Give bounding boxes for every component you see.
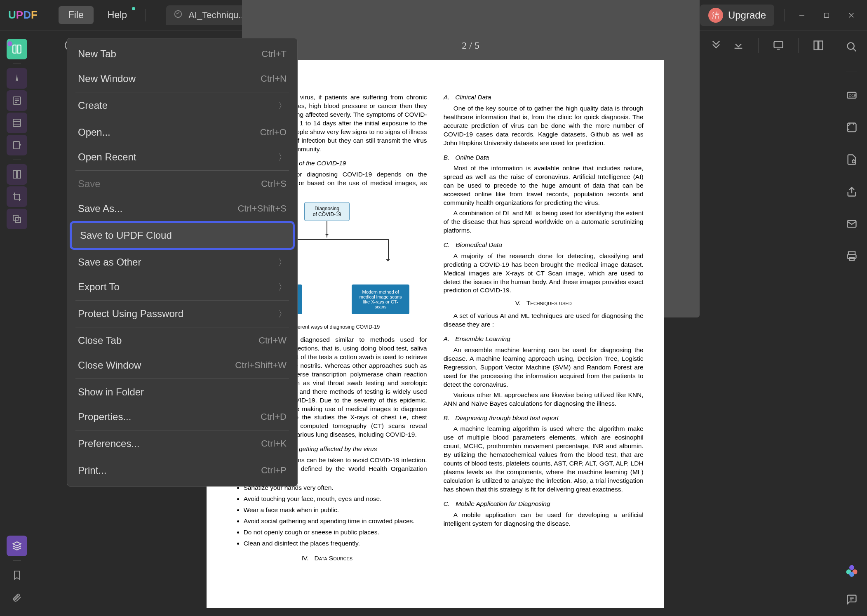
menu-item-close-tab[interactable]: Close TabCtrl+W xyxy=(67,328,297,353)
chevron-right-icon: 〉 xyxy=(278,100,287,111)
layers-tool[interactable] xyxy=(7,536,27,556)
svg-point-18 xyxy=(852,160,855,163)
minimize-button[interactable] xyxy=(794,8,809,23)
separator xyxy=(798,38,799,53)
screenshot-tool[interactable] xyxy=(844,119,860,136)
upgrade-button[interactable]: 洁 Upgrade xyxy=(700,5,774,26)
bullet-list: Sanatize your hands very often. Avoid to… xyxy=(244,484,427,548)
menu-divider xyxy=(75,119,289,119)
separator xyxy=(50,9,50,21)
indicator-dot xyxy=(7,41,12,46)
body-text: A combination of DL and ML is being used… xyxy=(444,209,644,235)
svg-rect-4 xyxy=(14,141,19,149)
menubar: File Help xyxy=(59,6,137,24)
separator xyxy=(13,63,21,64)
separator xyxy=(758,38,759,53)
menu-item-save-cloud[interactable]: Save to UPDF Cloud xyxy=(70,221,295,250)
menu-item-save[interactable]: SaveCtrl+S xyxy=(67,172,297,196)
last-page-button[interactable] xyxy=(733,40,744,51)
svg-point-0 xyxy=(175,10,182,17)
attachment-tool[interactable] xyxy=(7,587,27,608)
list-item: Avoid touching your face, mouth, eyes an… xyxy=(244,495,427,503)
body-text: A set of various AI and ML techniques ar… xyxy=(444,312,644,329)
chevron-right-icon: 〉 xyxy=(278,282,287,293)
section-title: IV.Data Sources xyxy=(227,554,427,563)
menu-divider xyxy=(75,327,289,327)
separator xyxy=(145,9,146,21)
menu-item-properties[interactable]: Properties...Ctrl+D xyxy=(67,404,297,429)
svg-point-23 xyxy=(849,565,854,570)
compare-tool[interactable] xyxy=(7,209,27,229)
menu-item-open[interactable]: Open...Ctrl+O xyxy=(67,120,297,145)
bookmark-tool[interactable] xyxy=(7,565,27,585)
close-button[interactable] xyxy=(844,8,859,23)
body-text: One of the key source of to gather the h… xyxy=(444,104,644,148)
separator xyxy=(50,38,50,53)
print-tool[interactable] xyxy=(844,248,860,264)
menu-item-save-other[interactable]: Save as Other〉 xyxy=(67,250,297,275)
file-menu-button[interactable]: File xyxy=(59,6,94,24)
body-text: A majority of the research done for dete… xyxy=(444,252,644,295)
menu-divider xyxy=(75,92,289,92)
menu-divider xyxy=(75,430,289,430)
list-item: Clean and disinfect the places frequentl… xyxy=(244,539,427,548)
menu-divider xyxy=(75,170,289,171)
svg-rect-5 xyxy=(13,171,16,178)
svg-rect-1 xyxy=(825,13,829,17)
right-sidebar: OCR xyxy=(836,31,867,616)
crop-tool[interactable] xyxy=(7,186,27,207)
ocr-tool[interactable]: OCR xyxy=(844,87,860,103)
menu-item-open-recent[interactable]: Open Recent〉 xyxy=(67,145,297,169)
menu-item-preferences[interactable]: Preferences...Ctrl+K xyxy=(67,431,297,456)
menu-item-show-folder[interactable]: Show in Folder xyxy=(67,380,297,404)
menu-divider xyxy=(75,379,289,379)
maximize-button[interactable] xyxy=(819,8,834,23)
menu-item-save-as[interactable]: Save As...Ctrl+Shift+S xyxy=(67,196,297,221)
app-logo: UPDF xyxy=(8,9,38,21)
edit-text-tool[interactable] xyxy=(7,90,27,111)
svg-rect-6 xyxy=(17,171,21,178)
body-text: An ensemble machine learning can be used… xyxy=(444,346,644,389)
menu-item-protect[interactable]: Protect Using Password〉 xyxy=(67,301,297,326)
list-item: Do not openly cough or sneese in public … xyxy=(244,528,427,537)
ai-flower-icon xyxy=(844,563,859,578)
svg-rect-12 xyxy=(814,41,818,50)
separator xyxy=(784,9,785,21)
protect-tool[interactable] xyxy=(844,151,860,168)
section-heading: B.Diagnosing through blood test report xyxy=(444,414,644,423)
lock-pencil-icon xyxy=(174,9,183,21)
menu-item-new-window[interactable]: New WindowCtrl+N xyxy=(67,66,297,91)
menu-item-export[interactable]: Export To〉 xyxy=(67,275,297,299)
sign-tool[interactable] xyxy=(7,135,27,155)
organize-tool[interactable] xyxy=(7,164,27,185)
body-text: Most of the information is available onl… xyxy=(444,164,644,207)
separator xyxy=(13,560,21,561)
ai-assistant-button[interactable] xyxy=(844,562,860,579)
update-indicator-icon xyxy=(132,7,135,10)
section-heading: C.Biomedical Data xyxy=(444,241,644,249)
presentation-button[interactable] xyxy=(773,40,784,51)
annotate-tool[interactable] xyxy=(7,68,27,89)
file-menu-dropdown: New TabCtrl+T New WindowCtrl+N Create〉 O… xyxy=(67,38,298,487)
help-menu-button[interactable]: Help xyxy=(98,6,137,24)
share-tool[interactable] xyxy=(844,183,860,200)
body-text: A machine learning algorithm is used whe… xyxy=(444,425,644,494)
menu-item-print[interactable]: Print...Ctrl+P xyxy=(67,458,297,483)
menu-item-create[interactable]: Create〉 xyxy=(67,93,297,118)
separator xyxy=(13,160,21,160)
page-layout-button[interactable] xyxy=(813,40,824,51)
left-sidebar xyxy=(0,31,34,616)
figure-node: Diagnosing of COVID-19 xyxy=(304,202,350,221)
section-heading: A.Ensemble Learning xyxy=(444,335,644,343)
email-tool[interactable] xyxy=(844,216,860,232)
menu-item-new-tab[interactable]: New TabCtrl+T xyxy=(67,42,297,66)
body-text: Various other ML approaches are likewise… xyxy=(444,391,644,408)
svg-point-14 xyxy=(847,43,854,49)
upgrade-label: Upgrade xyxy=(728,9,766,21)
search-tool[interactable] xyxy=(844,39,860,55)
comment-tool[interactable] xyxy=(844,591,860,608)
section-heading: C.Mobile Application for Diagnosing xyxy=(444,500,644,508)
form-tool[interactable] xyxy=(7,113,27,133)
menu-item-close-window[interactable]: Close WindowCtrl+Shift+W xyxy=(67,353,297,378)
next-page-button[interactable] xyxy=(710,40,722,51)
